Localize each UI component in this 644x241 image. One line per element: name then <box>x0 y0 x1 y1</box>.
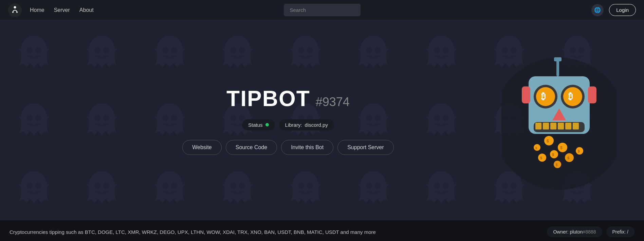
svg-point-10 <box>239 47 245 53</box>
prefix-badge: Prefix: / <box>606 226 634 237</box>
svg-rect-110 <box>558 123 564 129</box>
ghost-bg-item <box>339 156 407 220</box>
prefix-label: Prefix: / <box>612 229 628 235</box>
svg-text:$: $ <box>578 149 580 153</box>
library-label: Library: <box>285 122 302 128</box>
svg-point-2 <box>16 12 18 13</box>
svg-point-9 <box>230 47 236 53</box>
svg-point-19 <box>570 47 575 53</box>
svg-point-101 <box>536 87 555 106</box>
svg-point-46 <box>239 182 245 188</box>
support-server-button[interactable]: Support Server <box>337 140 394 155</box>
status-badge: Status <box>242 119 275 130</box>
svg-point-15 <box>434 47 440 53</box>
hero-section: // Will be rendered inline after body lo… <box>0 20 644 220</box>
svg-text:$: $ <box>552 153 554 157</box>
search-container <box>284 4 361 16</box>
svg-point-17 <box>502 47 508 53</box>
ghost-bg-item <box>0 20 68 88</box>
svg-point-52 <box>443 182 448 188</box>
ghost-bg-item <box>204 20 272 88</box>
svg-text:₿: ₿ <box>568 91 573 101</box>
ghost-bg-item <box>272 20 339 88</box>
svg-text:$: $ <box>560 145 563 150</box>
nav-server[interactable]: Server <box>54 7 70 13</box>
svg-point-4 <box>35 47 41 53</box>
svg-point-113 <box>544 136 554 145</box>
svg-rect-98 <box>588 86 596 103</box>
svg-point-41 <box>94 182 100 188</box>
login-button[interactable]: Login <box>609 4 636 16</box>
ghost-bg-item <box>407 88 475 156</box>
svg-point-25 <box>162 115 168 120</box>
bot-name: TIPBOT <box>226 86 310 111</box>
status-label: Status <box>248 122 263 128</box>
ghost-bg-item <box>204 156 272 220</box>
svg-rect-111 <box>565 123 571 129</box>
bot-tag: #9374 <box>316 95 350 109</box>
svg-point-34 <box>443 115 448 120</box>
svg-rect-108 <box>543 123 549 129</box>
svg-rect-97 <box>522 86 530 103</box>
ghost-bg-item <box>0 156 68 220</box>
svg-point-24 <box>103 115 109 120</box>
website-button[interactable]: Website <box>182 140 222 155</box>
svg-point-3 <box>26 47 32 53</box>
bot-title: TIPBOT #9374 <box>226 86 350 111</box>
svg-point-22 <box>35 115 41 120</box>
ghost-bg-item <box>136 156 204 220</box>
svg-point-21 <box>26 115 32 120</box>
svg-point-44 <box>171 182 177 188</box>
invite-button[interactable]: Invite this Bot <box>281 140 333 155</box>
nav-home[interactable]: Home <box>30 7 44 13</box>
svg-point-8 <box>171 47 177 53</box>
svg-point-48 <box>307 182 313 188</box>
site-logo <box>8 3 22 17</box>
svg-rect-109 <box>550 123 556 129</box>
ghost-bg-item <box>339 20 407 88</box>
source-code-button[interactable]: Source Code <box>226 140 277 155</box>
svg-point-13 <box>366 47 372 53</box>
svg-text:$: $ <box>540 156 542 160</box>
svg-point-11 <box>298 47 304 53</box>
ghost-bg-item <box>0 88 68 156</box>
library-badge: Library: discord.py <box>279 119 334 130</box>
navbar-right: 🌐 Login <box>591 4 636 16</box>
bot-action-buttons: Website Source Code Invite this Bot Supp… <box>182 140 394 155</box>
nav-links: Home Server About <box>30 7 94 13</box>
search-input[interactable] <box>284 4 361 16</box>
svg-point-47 <box>298 182 304 188</box>
footer-description: Cryptocurrencies tipping such as BTC, DO… <box>10 229 376 235</box>
svg-point-16 <box>443 47 448 53</box>
ghost-bg-item <box>68 156 136 220</box>
ghost-bg-item <box>136 20 204 88</box>
svg-point-115 <box>558 143 567 152</box>
translate-button[interactable]: 🌐 <box>591 4 604 16</box>
hero-content: TIPBOT #9374 Status Library: discord.py … <box>182 86 394 155</box>
svg-rect-112 <box>573 123 579 129</box>
svg-point-49 <box>366 182 372 188</box>
navbar: Home Server About 🌐 Login <box>0 0 644 20</box>
svg-point-6 <box>103 47 109 53</box>
ghost-bg-item <box>272 156 339 220</box>
svg-point-14 <box>375 47 381 53</box>
svg-point-39 <box>26 182 32 188</box>
robot-mascot: ₿ ₿ $ $ $ $ $ $ <box>501 53 617 188</box>
owner-badge: Owner: pluton#8888 <box>547 226 602 237</box>
footer: Cryptocurrencies tipping such as BTC, DO… <box>0 220 644 241</box>
owner-label: Owner: pluton <box>553 229 583 235</box>
svg-point-23 <box>94 115 100 120</box>
svg-point-50 <box>375 182 381 188</box>
nav-about[interactable]: About <box>79 7 94 13</box>
svg-text:$: $ <box>535 146 537 150</box>
svg-point-7 <box>162 47 168 53</box>
svg-point-103 <box>563 87 582 106</box>
svg-point-40 <box>35 182 41 188</box>
svg-point-18 <box>511 47 516 53</box>
svg-point-43 <box>162 182 168 188</box>
svg-point-45 <box>230 182 236 188</box>
svg-point-42 <box>103 182 109 188</box>
ghost-bg-item <box>68 20 136 88</box>
status-dot-icon <box>265 123 269 126</box>
library-value: discord.py <box>305 122 328 128</box>
